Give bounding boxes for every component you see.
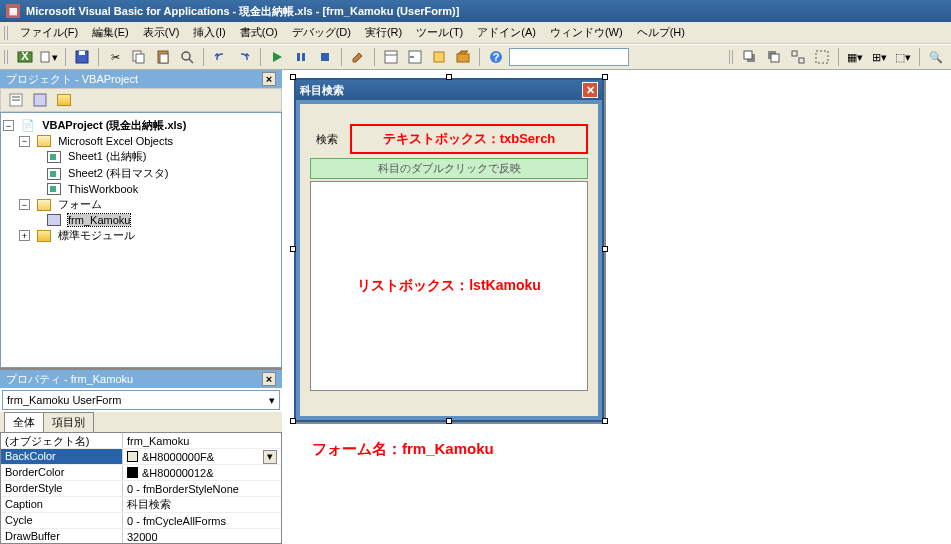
view-object-button[interactable] — [29, 89, 51, 111]
tree-root[interactable]: VBAProject (現金出納帳.xls) — [42, 118, 186, 133]
prop-bordercolor-v[interactable]: &H80000012& — [123, 465, 281, 480]
expand-icon[interactable]: − — [19, 136, 30, 147]
prop-drawbuffer-v[interactable]: 32000 — [123, 529, 281, 544]
menu-file[interactable]: ファイル(F) — [14, 23, 84, 42]
hint-label: 科目のダブルクリックで反映 — [310, 158, 588, 179]
resize-handle[interactable] — [602, 246, 608, 252]
props-tab-category[interactable]: 項目別 — [43, 412, 94, 432]
help-button[interactable]: ? — [485, 46, 507, 68]
menu-help[interactable]: ヘルプ(H) — [631, 23, 691, 42]
folder-icon — [37, 230, 51, 242]
tree-thisworkbook[interactable]: ThisWorkbook — [68, 183, 138, 195]
prop-cycle-v[interactable]: 0 - fmCycleAllForms — [123, 513, 281, 528]
toolbar-grip[interactable] — [4, 50, 8, 64]
toolbox-button[interactable] — [452, 46, 474, 68]
paste-button[interactable] — [152, 46, 174, 68]
prop-backcolor-v[interactable]: &H8000000F&▾ — [123, 449, 281, 464]
svg-marker-11 — [273, 52, 282, 62]
expand-icon[interactable]: − — [19, 199, 30, 210]
prop-objectname-v[interactable]: frm_Kamoku — [123, 433, 281, 448]
run-button[interactable] — [266, 46, 288, 68]
tree-excel-objects[interactable]: Microsoft Excel Objects — [58, 135, 173, 147]
view-code-button[interactable] — [5, 89, 27, 111]
resize-handle[interactable] — [290, 418, 296, 424]
design-mode-button[interactable] — [347, 46, 369, 68]
form-toolbar-grip[interactable] — [729, 50, 733, 64]
procedure-dropdown[interactable] — [509, 48, 629, 66]
props-grid[interactable]: (オブジェクト名)frm_Kamoku BackColor&H8000000F&… — [0, 432, 282, 544]
userform-designer[interactable]: 科目検索 ✕ 検索 テキストボックス：txbSerch 科目のダブルクリックで反… — [294, 78, 604, 422]
project-explorer-button[interactable] — [380, 46, 402, 68]
insert-dropdown[interactable]: ▾ — [38, 46, 60, 68]
menu-window[interactable]: ウィンドウ(W) — [544, 23, 629, 42]
userform[interactable]: 科目検索 ✕ 検索 テキストボックス：txbSerch 科目のダブルクリックで反… — [294, 78, 604, 422]
menu-debug[interactable]: デバッグ(D) — [286, 23, 357, 42]
resize-handle[interactable] — [290, 74, 296, 80]
undo-button[interactable] — [209, 46, 231, 68]
resize-handle[interactable] — [602, 418, 608, 424]
menubar-grip[interactable] — [4, 26, 8, 40]
svg-rect-27 — [771, 54, 779, 62]
tree-modules[interactable]: 標準モジュール — [58, 228, 135, 243]
svg-rect-21 — [457, 54, 469, 62]
prop-borderstyle-v[interactable]: 0 - fmBorderStyleNone — [123, 481, 281, 496]
reset-button[interactable] — [314, 46, 336, 68]
save-button[interactable] — [71, 46, 93, 68]
properties-window-button[interactable] — [404, 46, 426, 68]
object-browser-button[interactable] — [428, 46, 450, 68]
app-icon: ▦ — [6, 4, 20, 18]
txbSerch-textbox[interactable]: テキストボックス：txbSerch — [350, 124, 588, 154]
resize-handle[interactable] — [446, 74, 452, 80]
props-tab-all[interactable]: 全体 — [4, 412, 44, 432]
menu-addins[interactable]: アドイン(A) — [471, 23, 542, 42]
svg-marker-15 — [353, 53, 362, 62]
resize-handle[interactable] — [290, 246, 296, 252]
svg-rect-16 — [385, 51, 397, 63]
svg-rect-12 — [297, 53, 300, 61]
chevron-down-icon[interactable]: ▾ — [263, 450, 277, 464]
props-object-select[interactable]: frm_Kamoku UserForm ▾ — [2, 390, 280, 410]
lstKamoku-listbox[interactable]: リストボックス：lstKamoku — [310, 181, 588, 391]
prop-bordercolor-k: BorderColor — [1, 465, 123, 480]
menu-view[interactable]: 表示(V) — [137, 23, 186, 42]
form-icon — [47, 214, 61, 226]
align-button[interactable]: ▦▾ — [844, 46, 866, 68]
expand-icon[interactable]: − — [3, 120, 14, 131]
props-panel-label: プロパティ - frm_Kamoku — [6, 372, 133, 387]
props-panel-close[interactable]: × — [262, 372, 276, 386]
project-tree[interactable]: − 📄 VBAProject (現金出納帳.xls) − Microsoft E… — [0, 112, 282, 368]
menu-run[interactable]: 実行(R) — [359, 23, 408, 42]
project-panel-close[interactable]: × — [262, 72, 276, 86]
ungroup-button[interactable] — [811, 46, 833, 68]
resize-handle[interactable] — [602, 74, 608, 80]
view-excel-button[interactable]: X — [14, 46, 36, 68]
resize-handle[interactable] — [446, 418, 452, 424]
toggle-folders-button[interactable] — [53, 89, 75, 111]
expand-icon[interactable]: + — [19, 230, 30, 241]
break-button[interactable] — [290, 46, 312, 68]
userform-close-button[interactable]: ✕ — [582, 82, 598, 98]
cut-button[interactable]: ✂ — [104, 46, 126, 68]
menu-format[interactable]: 書式(O) — [234, 23, 284, 42]
prop-backcolor-k: BackColor — [1, 449, 123, 464]
size-button[interactable]: ⬚▾ — [892, 46, 914, 68]
props-object-label: frm_Kamoku UserForm — [7, 394, 121, 406]
tree-forms[interactable]: フォーム — [58, 197, 102, 212]
menu-tools[interactable]: ツール(T) — [410, 23, 469, 42]
zoom-button[interactable]: 🔍 — [925, 46, 947, 68]
userform-titlebar[interactable]: 科目検索 ✕ — [296, 80, 602, 100]
send-back-button[interactable] — [763, 46, 785, 68]
group-button[interactable] — [787, 46, 809, 68]
tree-sheet2[interactable]: Sheet2 (科目マスタ) — [68, 166, 168, 181]
search-label: 検索 — [310, 130, 344, 149]
find-button[interactable] — [176, 46, 198, 68]
tree-frm-kamoku[interactable]: frm_Kamoku — [68, 214, 130, 226]
redo-button[interactable] — [233, 46, 255, 68]
tree-sheet1[interactable]: Sheet1 (出納帳) — [68, 149, 146, 164]
copy-button[interactable] — [128, 46, 150, 68]
bring-front-button[interactable] — [739, 46, 761, 68]
menu-insert[interactable]: 挿入(I) — [187, 23, 231, 42]
prop-caption-v[interactable]: 科目検索 — [123, 497, 281, 512]
center-button[interactable]: ⊞▾ — [868, 46, 890, 68]
menu-edit[interactable]: 編集(E) — [86, 23, 135, 42]
